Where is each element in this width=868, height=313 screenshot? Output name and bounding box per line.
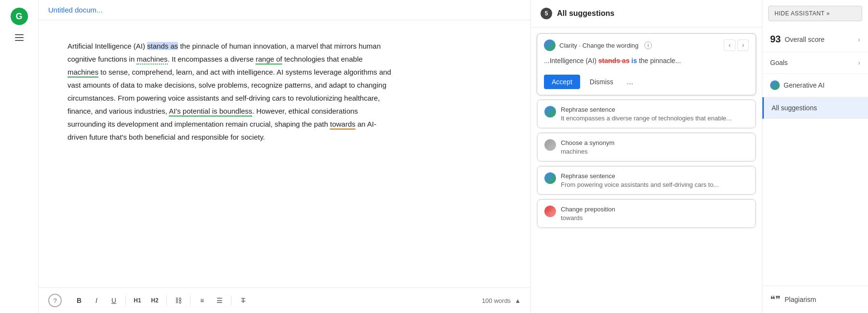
italic-button[interactable]: I [89, 293, 104, 308]
hamburger-icon [15, 34, 24, 41]
help-button[interactable]: ? [48, 294, 62, 307]
rephrase-1-icon [544, 106, 556, 117]
underline-icon: U [111, 297, 116, 304]
accept-button[interactable]: Accept [544, 75, 580, 89]
unordered-list-icon: ☰ [217, 297, 223, 304]
main-content: Untitled docum... Artificial Intelligenc… [39, 0, 530, 313]
bold-button[interactable]: B [71, 293, 87, 308]
svg-point-4 [547, 209, 553, 214]
rephrase-2-collapsed[interactable]: Rephrase sentence From powering voice as… [537, 166, 756, 195]
dismiss-button[interactable]: Dismiss [584, 75, 619, 89]
synonym-preview: machines [561, 148, 748, 155]
generative-ai-icon [770, 80, 780, 90]
hide-assistant-label: HIDE ASSISTANT » [774, 10, 830, 17]
unordered-list-button[interactable]: ☰ [212, 293, 227, 308]
logo-button[interactable]: G [11, 8, 28, 25]
preposition-type: Change preposition [561, 206, 748, 213]
synonym-collapsed[interactable]: Choose a synonym machines [537, 133, 756, 161]
logo-letter: G [15, 12, 22, 22]
divider-1 [125, 296, 126, 305]
clear-icon: T̶ [241, 297, 245, 304]
suggestion-card-preposition[interactable]: Change preposition towards [537, 199, 756, 228]
divider-2 [166, 296, 167, 305]
divider-3 [190, 296, 190, 305]
chevron-right-icon: › [858, 36, 860, 43]
generative-ai-item[interactable]: Generative AI [762, 74, 868, 97]
clear-format-button[interactable]: T̶ [235, 293, 251, 308]
underlined-machines-2: machines [68, 68, 98, 78]
overall-score-label: Overall score [785, 36, 858, 43]
h2-button[interactable]: H2 [147, 293, 163, 308]
underlined-potential: AI's potential is boundless [169, 107, 252, 117]
left-toolbar: G [0, 0, 39, 313]
ordered-list-icon: ≡ [200, 297, 204, 304]
plagiarism-section[interactable]: ❝❞ Plagiarism [762, 286, 868, 313]
svg-point-0 [547, 42, 553, 48]
rephrase-2-preview: From powering voice assistants and self-… [561, 181, 748, 188]
synonym-content: Choose a synonym machines [561, 139, 748, 155]
all-suggestions-item[interactable]: All suggestions [762, 97, 868, 119]
suggestions-header: 5 All suggestions [531, 0, 762, 27]
italic-icon: I [95, 297, 97, 304]
word-count: 100 words [482, 297, 511, 304]
rephrase-1-collapsed[interactable]: Rephrase sentence It encompasses a diver… [537, 100, 756, 128]
editor[interactable]: Artificial Intelligence (AI) stands as t… [39, 20, 424, 287]
suggestions-panel: 5 All suggestions Cl [530, 0, 762, 313]
prev-suggestion-button[interactable]: ‹ [724, 39, 735, 51]
suggestions-list: Clarity · Change the wording i ‹ › ...In… [531, 27, 762, 313]
word-count-arrow: ▲ [515, 297, 521, 304]
right-panel-items: 93 Overall score › Goals › Generative AI… [762, 27, 868, 119]
preposition-content: Change preposition towards [561, 206, 748, 222]
goals-item[interactable]: Goals › [762, 52, 868, 74]
h1-icon: H1 [134, 297, 141, 304]
h1-button[interactable]: H1 [130, 293, 145, 308]
rephrase-1-preview: It encompasses a diverse range of techno… [561, 115, 748, 122]
suggestion-nav: ‹ › [724, 39, 749, 51]
editor-text: Artificial Intelligence (AI) stands as t… [68, 39, 395, 143]
clarity-icon [544, 39, 556, 51]
preposition-icon [544, 206, 556, 217]
rephrase-2-icon [544, 172, 556, 184]
goals-chevron-icon: › [858, 59, 860, 66]
rephrase-2-type: Rephrase sentence [561, 172, 748, 180]
h2-icon: H2 [151, 297, 158, 304]
bold-icon: B [77, 297, 81, 304]
highlighted-text: stands as [147, 42, 178, 50]
strike-text: stands as [598, 57, 630, 65]
underlined-range: range of [256, 55, 282, 65]
underlined-machines-1: machines [136, 55, 167, 65]
info-icon[interactable]: i [644, 41, 652, 49]
suggestion-card-rephrase-2[interactable]: Rephrase sentence From powering voice as… [537, 166, 756, 195]
suggestion-card-rephrase-1[interactable]: Rephrase sentence It encompasses a diver… [537, 99, 756, 129]
right-panel: HIDE ASSISTANT » 93 Overall score › Goal… [762, 0, 868, 313]
underline-button[interactable]: U [106, 293, 122, 308]
hide-assistant-button[interactable]: HIDE ASSISTANT » [768, 6, 862, 21]
plagiarism-label: Plagiarism [785, 296, 816, 303]
replace-text: is [631, 57, 637, 65]
rephrase-2-content: Rephrase sentence From powering voice as… [561, 172, 748, 188]
document-title[interactable]: Untitled docum... [48, 6, 103, 14]
menu-button[interactable] [11, 29, 28, 46]
more-button[interactable]: ... [623, 76, 637, 88]
link-button[interactable]: ⛓ [171, 293, 186, 308]
svg-point-1 [547, 109, 553, 115]
next-suggestion-button[interactable]: › [737, 39, 749, 51]
underlined-towards: towards [330, 120, 355, 130]
preposition-preview: towards [561, 214, 748, 222]
svg-point-2 [547, 142, 553, 148]
suggestion-card-synonym[interactable]: Choose a synonym machines [537, 132, 756, 162]
suggestions-badge: 5 [541, 8, 552, 19]
clarity-type: Clarity · Change the wording [559, 42, 638, 49]
rephrase-1-content: Rephrase sentence It encompasses a diver… [561, 106, 748, 122]
editor-wrapper: Artificial Intelligence (AI) stands as t… [39, 20, 530, 287]
header: Untitled docum... [39, 0, 530, 20]
plagiarism-icon: ❝❞ [770, 294, 781, 305]
generative-ai-label: Generative AI [784, 81, 860, 89]
synonym-type: Choose a synonym [561, 139, 748, 146]
goals-label: Goals [770, 59, 858, 66]
suggestions-title: All suggestions [557, 9, 614, 18]
overall-score-item[interactable]: 93 Overall score › [762, 27, 868, 52]
all-suggestions-label: All suggestions [772, 104, 860, 112]
preposition-collapsed[interactable]: Change preposition towards [537, 199, 756, 228]
ordered-list-button[interactable]: ≡ [194, 293, 210, 308]
